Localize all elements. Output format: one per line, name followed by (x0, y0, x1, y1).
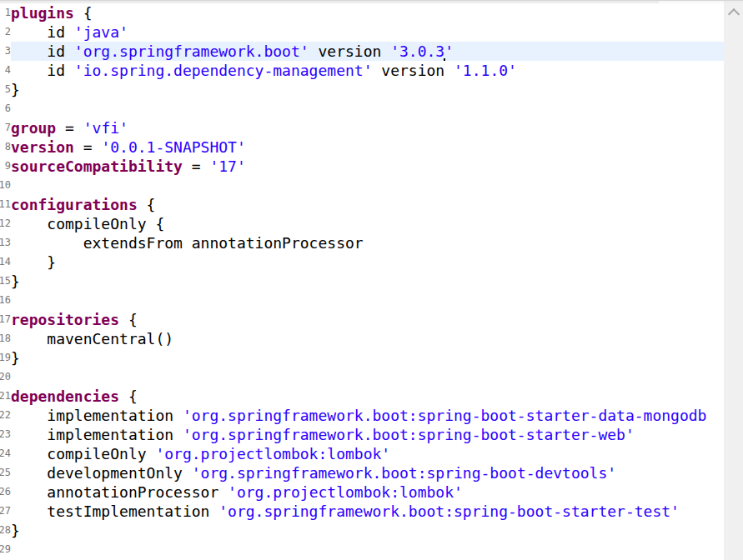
line-number[interactable]: 28 (0, 521, 11, 540)
code-line[interactable]: 8 version = '0.0.1-SNAPSHOT' (0, 138, 724, 157)
code-line-text[interactable]: } (11, 348, 724, 368)
code-line-text[interactable]: } (11, 521, 724, 540)
code-line[interactable]: 18 mavenCentral() (0, 329, 724, 348)
line-number[interactable]: 22 (0, 406, 11, 425)
line-number[interactable]: 21 (0, 387, 11, 406)
code-line-text[interactable] (11, 540, 724, 559)
code-line-text[interactable]: id 'io.spring.dependency-management' ver… (11, 61, 724, 80)
code-line[interactable]: 19 } (0, 348, 724, 368)
line-number[interactable]: 14 (0, 252, 11, 272)
code-line[interactable]: 10 (0, 176, 724, 195)
code-line-text[interactable] (11, 368, 724, 387)
code-token: version (11, 138, 74, 156)
code-line-text[interactable]: group = 'vfi' (11, 118, 724, 138)
code-token: 'io.spring.dependency-management' (74, 62, 373, 79)
code-line-text[interactable]: implementation 'org.springframework.boot… (11, 406, 724, 425)
line-number[interactable]: 5 (0, 80, 11, 99)
code-line-text[interactable]: } (11, 272, 724, 291)
code-line[interactable]: 13 extendsFrom annotationProcessor (0, 233, 724, 252)
code-line-text[interactable]: annotationProcessor 'org.projectlombok:l… (11, 482, 724, 502)
code-line-text[interactable]: extendsFrom annotationProcessor (11, 233, 724, 252)
code-token: dependencies (11, 388, 119, 405)
code-line[interactable]: 15 } (0, 272, 724, 291)
vertical-scrollbar[interactable] (724, 2, 743, 560)
code-line-text[interactable]: plugins { (11, 3, 724, 22)
code-line-text[interactable] (11, 291, 724, 310)
line-number[interactable]: 20 (0, 368, 11, 387)
line-number[interactable]: 26 (0, 482, 11, 502)
code-line-text[interactable]: version = '0.0.1-SNAPSHOT' (11, 138, 724, 157)
code-line-text[interactable]: developmentOnly 'org.springframework.boo… (11, 463, 724, 482)
line-number[interactable]: 17 (0, 310, 11, 329)
code-line-text[interactable]: implementation 'org.springframework.boot… (11, 425, 724, 444)
code-line[interactable]: 22 implementation 'org.springframework.b… (0, 406, 724, 425)
code-line[interactable]: 25 developmentOnly 'org.springframework.… (0, 463, 724, 482)
line-number[interactable]: 27 (0, 502, 11, 521)
line-number[interactable]: 3 (0, 42, 11, 61)
code-line[interactable]: 5 } (0, 80, 724, 99)
code-line-text[interactable]: mavenCentral() (11, 329, 724, 348)
code-token: 'java' (74, 23, 128, 41)
line-number[interactable]: 8 (0, 138, 11, 157)
code-line[interactable]: 12 compileOnly { (0, 214, 724, 233)
line-number[interactable]: 25 (0, 463, 11, 482)
code-line-text[interactable]: repositories { (11, 310, 724, 329)
code-line-text[interactable]: compileOnly 'org.projectlombok:lombok' (11, 444, 724, 463)
code-line[interactable]: 17 repositories { (0, 310, 724, 329)
code-line[interactable]: 2 id 'java' (0, 22, 724, 42)
code-line-text[interactable]: id 'java' (11, 22, 724, 42)
line-number[interactable]: 10 (0, 176, 11, 195)
code-line-text[interactable]: dependencies { (11, 387, 724, 406)
code-line-text[interactable]: } (11, 252, 724, 272)
line-number[interactable]: 15 (0, 272, 11, 291)
code-line[interactable]: 24 compileOnly 'org.projectlombok:lombok… (0, 444, 724, 463)
line-number[interactable]: 29 (0, 540, 11, 559)
line-number[interactable]: 16 (0, 291, 11, 310)
code-line[interactable]: 1 plugins { (0, 3, 724, 22)
code-line[interactable]: 21 dependencies { (0, 387, 724, 406)
code-line-text[interactable]: id 'org.springframework.boot' version '3… (11, 42, 724, 61)
line-number[interactable]: 4 (0, 61, 11, 80)
line-number[interactable]: 1 (0, 3, 11, 22)
line-number[interactable]: 23 (0, 425, 11, 444)
code-line-text[interactable] (11, 99, 724, 118)
code-line[interactable]: 27 testImplementation 'org.springframewo… (0, 502, 724, 521)
line-number[interactable]: 18 (0, 329, 11, 348)
code-line[interactable]: 29 (0, 540, 724, 559)
line-number[interactable]: 7 (0, 118, 11, 138)
code-token: testImplementation (11, 502, 218, 520)
chevron-up-icon (727, 8, 739, 20)
code-line[interactable]: 14 } (0, 252, 724, 272)
code-token: compileOnly (11, 445, 155, 462)
code-line-text[interactable] (11, 176, 724, 195)
code-line[interactable]: 3 id 'org.springframework.boot' version … (0, 42, 724, 61)
code-line[interactable]: 23 implementation 'org.springframework.b… (0, 425, 724, 444)
scroll-up-button[interactable] (724, 2, 743, 22)
code-line-text[interactable]: configurations { (11, 195, 724, 214)
code-line-text[interactable]: sourceCompatibility = '17' (11, 157, 724, 176)
code-token: 'org.springframework.boot:spring-boot-st… (218, 502, 680, 520)
code-line[interactable]: 11 configurations { (0, 195, 724, 214)
line-number[interactable]: 13 (0, 233, 11, 252)
code-line-text[interactable]: } (11, 80, 724, 99)
line-number[interactable]: 11 (0, 195, 11, 214)
line-number[interactable]: 12 (0, 214, 11, 233)
code-line[interactable]: 9 sourceCompatibility = '17' (0, 157, 724, 176)
code-line[interactable]: 28 } (0, 521, 724, 540)
code-line[interactable]: 6 (0, 99, 724, 118)
code-editor[interactable]: 1 plugins { 2 id 'java' 3 id 'org.spring… (0, 3, 724, 560)
line-number[interactable]: 2 (0, 22, 11, 42)
code-line[interactable]: 26 annotationProcessor 'org.projectlombo… (0, 482, 724, 502)
line-number[interactable]: 24 (0, 444, 11, 463)
line-number[interactable]: 9 (0, 157, 11, 176)
line-number[interactable]: 6 (0, 99, 11, 118)
code-line-text[interactable]: testImplementation 'org.springframework.… (11, 502, 724, 521)
line-number[interactable]: 19 (0, 348, 11, 368)
code-line-text[interactable]: compileOnly { (11, 214, 724, 233)
code-line[interactable]: 16 (0, 291, 724, 310)
code-token: configurations (11, 196, 138, 213)
code-line[interactable]: 4 id 'io.spring.dependency-management' v… (0, 61, 724, 80)
code-line[interactable]: 20 (0, 368, 724, 387)
code-line[interactable]: 7 group = 'vfi' (0, 118, 724, 138)
eclipse-editor-window: { "colors": { "keyword": "#7f0055", "str… (0, 0, 743, 560)
